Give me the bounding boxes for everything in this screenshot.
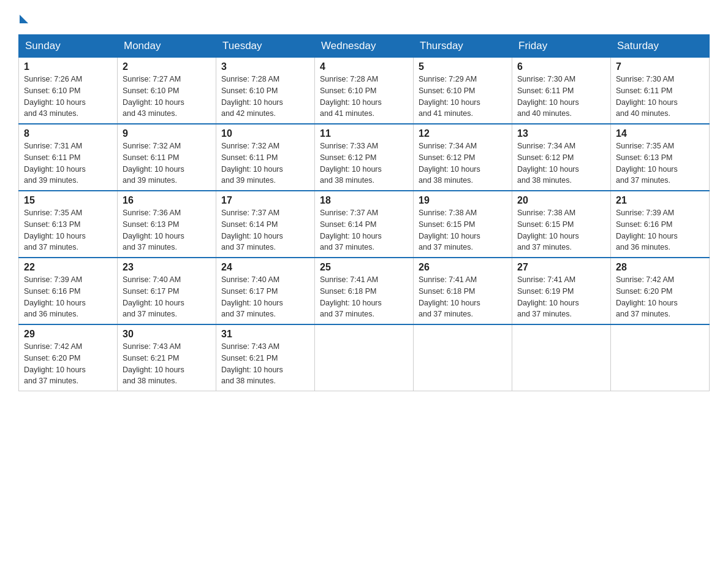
weekday-header-monday: Monday xyxy=(118,35,216,58)
day-info: Sunrise: 7:27 AMSunset: 6:10 PMDaylight:… xyxy=(123,75,184,118)
day-number: 30 xyxy=(123,329,211,340)
logo xyxy=(18,12,28,22)
calendar-cell: 30 Sunrise: 7:43 AMSunset: 6:21 PMDaylig… xyxy=(118,324,216,391)
calendar-cell: 15 Sunrise: 7:35 AMSunset: 6:13 PMDaylig… xyxy=(19,191,118,258)
calendar-week-row: 29 Sunrise: 7:42 AMSunset: 6:20 PMDaylig… xyxy=(19,324,710,391)
day-info: Sunrise: 7:31 AMSunset: 6:11 PMDaylight:… xyxy=(24,142,86,185)
day-number: 6 xyxy=(517,61,605,72)
day-info: Sunrise: 7:41 AMSunset: 6:19 PMDaylight:… xyxy=(517,275,579,318)
day-info: Sunrise: 7:32 AMSunset: 6:11 PMDaylight:… xyxy=(123,142,184,185)
calendar-cell: 26 Sunrise: 7:41 AMSunset: 6:18 PMDaylig… xyxy=(414,258,512,324)
day-number: 4 xyxy=(320,61,408,72)
calendar-week-row: 22 Sunrise: 7:39 AMSunset: 6:16 PMDaylig… xyxy=(19,258,710,324)
day-info: Sunrise: 7:38 AMSunset: 6:15 PMDaylight:… xyxy=(517,209,579,251)
calendar-week-row: 1 Sunrise: 7:26 AMSunset: 6:10 PMDayligh… xyxy=(19,58,710,124)
day-info: Sunrise: 7:41 AMSunset: 6:18 PMDaylight:… xyxy=(419,275,480,318)
day-info: Sunrise: 7:30 AMSunset: 6:11 PMDaylight:… xyxy=(616,75,678,118)
day-number: 24 xyxy=(221,262,309,273)
calendar-cell: 18 Sunrise: 7:37 AMSunset: 6:14 PMDaylig… xyxy=(315,191,414,258)
day-number: 18 xyxy=(320,195,408,206)
calendar-cell: 16 Sunrise: 7:36 AMSunset: 6:13 PMDaylig… xyxy=(118,191,216,258)
weekday-header-friday: Friday xyxy=(512,35,611,58)
day-number: 31 xyxy=(221,329,309,340)
calendar-cell: 22 Sunrise: 7:39 AMSunset: 6:16 PMDaylig… xyxy=(19,258,118,324)
calendar-cell: 7 Sunrise: 7:30 AMSunset: 6:11 PMDayligh… xyxy=(611,58,710,124)
day-number: 21 xyxy=(616,195,704,206)
calendar-table: SundayMondayTuesdayWednesdayThursdayFrid… xyxy=(18,34,710,391)
calendar-cell: 13 Sunrise: 7:34 AMSunset: 6:12 PMDaylig… xyxy=(512,124,611,191)
calendar-cell xyxy=(611,324,710,391)
day-info: Sunrise: 7:29 AMSunset: 6:10 PMDaylight:… xyxy=(419,75,480,118)
day-info: Sunrise: 7:43 AMSunset: 6:21 PMDaylight:… xyxy=(123,342,184,385)
day-number: 20 xyxy=(517,195,605,206)
weekday-header-wednesday: Wednesday xyxy=(315,35,414,58)
day-number: 9 xyxy=(123,128,211,139)
calendar-cell: 10 Sunrise: 7:32 AMSunset: 6:11 PMDaylig… xyxy=(216,124,315,191)
day-info: Sunrise: 7:39 AMSunset: 6:16 PMDaylight:… xyxy=(616,209,678,251)
weekday-header-saturday: Saturday xyxy=(611,35,710,58)
day-info: Sunrise: 7:38 AMSunset: 6:15 PMDaylight:… xyxy=(419,209,480,251)
day-number: 2 xyxy=(123,61,211,72)
calendar-cell: 2 Sunrise: 7:27 AMSunset: 6:10 PMDayligh… xyxy=(118,58,216,124)
day-number: 5 xyxy=(419,61,507,72)
calendar-cell: 23 Sunrise: 7:40 AMSunset: 6:17 PMDaylig… xyxy=(118,258,216,324)
day-info: Sunrise: 7:33 AMSunset: 6:12 PMDaylight:… xyxy=(320,142,382,185)
weekday-header-row: SundayMondayTuesdayWednesdayThursdayFrid… xyxy=(19,35,710,58)
day-number: 22 xyxy=(24,262,112,273)
day-number: 8 xyxy=(24,128,112,139)
day-number: 17 xyxy=(221,195,309,206)
weekday-header-tuesday: Tuesday xyxy=(216,35,315,58)
day-info: Sunrise: 7:40 AMSunset: 6:17 PMDaylight:… xyxy=(123,275,184,318)
day-info: Sunrise: 7:37 AMSunset: 6:14 PMDaylight:… xyxy=(221,209,283,251)
day-info: Sunrise: 7:28 AMSunset: 6:10 PMDaylight:… xyxy=(221,75,283,118)
day-number: 27 xyxy=(517,262,605,273)
calendar-cell xyxy=(414,324,512,391)
page-header xyxy=(18,12,710,22)
calendar-cell: 14 Sunrise: 7:35 AMSunset: 6:13 PMDaylig… xyxy=(611,124,710,191)
calendar-cell: 21 Sunrise: 7:39 AMSunset: 6:16 PMDaylig… xyxy=(611,191,710,258)
day-number: 14 xyxy=(616,128,704,139)
day-info: Sunrise: 7:39 AMSunset: 6:16 PMDaylight:… xyxy=(24,275,86,318)
day-number: 15 xyxy=(24,195,112,206)
day-number: 23 xyxy=(123,262,211,273)
calendar-cell: 19 Sunrise: 7:38 AMSunset: 6:15 PMDaylig… xyxy=(414,191,512,258)
calendar-cell: 27 Sunrise: 7:41 AMSunset: 6:19 PMDaylig… xyxy=(512,258,611,324)
day-number: 28 xyxy=(616,262,704,273)
day-number: 7 xyxy=(616,61,704,72)
day-number: 11 xyxy=(320,128,408,139)
day-info: Sunrise: 7:35 AMSunset: 6:13 PMDaylight:… xyxy=(616,142,678,185)
day-number: 25 xyxy=(320,262,408,273)
calendar-week-row: 8 Sunrise: 7:31 AMSunset: 6:11 PMDayligh… xyxy=(19,124,710,191)
day-info: Sunrise: 7:40 AMSunset: 6:17 PMDaylight:… xyxy=(221,275,283,318)
day-info: Sunrise: 7:37 AMSunset: 6:14 PMDaylight:… xyxy=(320,209,382,251)
weekday-header-thursday: Thursday xyxy=(414,35,512,58)
day-number: 29 xyxy=(24,329,112,340)
calendar-cell: 25 Sunrise: 7:41 AMSunset: 6:18 PMDaylig… xyxy=(315,258,414,324)
day-info: Sunrise: 7:34 AMSunset: 6:12 PMDaylight:… xyxy=(419,142,480,185)
logo-arrow-icon xyxy=(20,15,28,23)
calendar-cell: 24 Sunrise: 7:40 AMSunset: 6:17 PMDaylig… xyxy=(216,258,315,324)
calendar-cell xyxy=(315,324,414,391)
day-info: Sunrise: 7:36 AMSunset: 6:13 PMDaylight:… xyxy=(123,209,184,251)
day-number: 3 xyxy=(221,61,309,72)
day-info: Sunrise: 7:42 AMSunset: 6:20 PMDaylight:… xyxy=(24,342,86,385)
day-number: 1 xyxy=(24,61,112,72)
day-info: Sunrise: 7:41 AMSunset: 6:18 PMDaylight:… xyxy=(320,275,382,318)
calendar-cell: 1 Sunrise: 7:26 AMSunset: 6:10 PMDayligh… xyxy=(19,58,118,124)
day-info: Sunrise: 7:35 AMSunset: 6:13 PMDaylight:… xyxy=(24,209,86,251)
day-info: Sunrise: 7:43 AMSunset: 6:21 PMDaylight:… xyxy=(221,342,283,385)
calendar-cell: 28 Sunrise: 7:42 AMSunset: 6:20 PMDaylig… xyxy=(611,258,710,324)
calendar-cell: 8 Sunrise: 7:31 AMSunset: 6:11 PMDayligh… xyxy=(19,124,118,191)
calendar-cell: 12 Sunrise: 7:34 AMSunset: 6:12 PMDaylig… xyxy=(414,124,512,191)
day-info: Sunrise: 7:30 AMSunset: 6:11 PMDaylight:… xyxy=(517,75,579,118)
day-info: Sunrise: 7:32 AMSunset: 6:11 PMDaylight:… xyxy=(221,142,283,185)
day-number: 16 xyxy=(123,195,211,206)
day-number: 19 xyxy=(419,195,507,206)
calendar-cell: 31 Sunrise: 7:43 AMSunset: 6:21 PMDaylig… xyxy=(216,324,315,391)
day-info: Sunrise: 7:34 AMSunset: 6:12 PMDaylight:… xyxy=(517,142,579,185)
day-info: Sunrise: 7:26 AMSunset: 6:10 PMDaylight:… xyxy=(24,75,86,118)
calendar-cell: 29 Sunrise: 7:42 AMSunset: 6:20 PMDaylig… xyxy=(19,324,118,391)
day-info: Sunrise: 7:42 AMSunset: 6:20 PMDaylight:… xyxy=(616,275,678,318)
calendar-cell: 5 Sunrise: 7:29 AMSunset: 6:10 PMDayligh… xyxy=(414,58,512,124)
calendar-cell: 6 Sunrise: 7:30 AMSunset: 6:11 PMDayligh… xyxy=(512,58,611,124)
